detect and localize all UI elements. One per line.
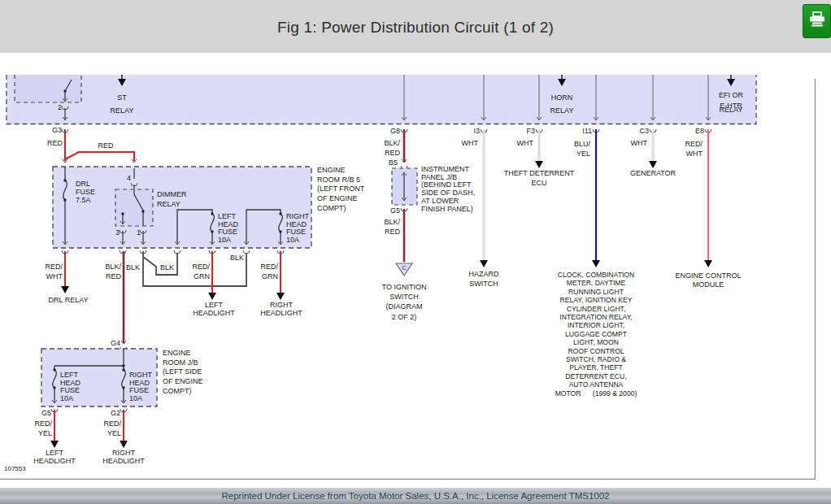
header-bar: Fig 1: Power Distribution Circuit (1 of … [0,0,831,53]
theft-ecu-label: THEFT DETERRENT ECU [504,168,574,188]
horn-relay-label: HORN RELAY [550,91,574,117]
wire-red-wht-drl-label: RED/ WHT [45,262,63,281]
wire-f3-wht [535,129,543,168]
drl-fuse-label: DRL FUSE 7.5A [76,180,95,205]
wire-blk-label-c: BLK [230,254,244,262]
efi-relay-label: EFI OR [719,91,743,99]
footer-bar: Reprinted Under License from Toyota Moto… [0,488,831,504]
wire-g8-blk-red [401,129,407,169]
right-headlight-rb5-label: RIGHT HEADLIGHT [260,302,302,317]
pin-1-label: 1 [137,228,141,237]
rb5-box-title: ENGINE ROOM R/B 5 (LEFT FRONT OF ENGINE … [317,166,364,214]
connector-i3-label: I3 [473,127,480,135]
wire-red-label-2: RED [98,141,113,150]
instrument-panel-jb-box [392,168,417,211]
print-button[interactable] [803,4,831,38]
hazard-switch-label: HAZARD SWITCH [468,269,498,289]
relay-overlap-label: RELAY [720,106,743,114]
wire-blk-red-down-label: BLK/ RED [105,262,121,281]
connector-c-letter: C [402,264,406,272]
wire-red-grn-left-label: RED/ GRN [192,262,210,281]
connector-e8-label: E8 [695,127,704,135]
connector-b5-label: B5 [389,159,398,167]
left-head-fuse-jb-label: LEFT HEAD FUSE 10A [60,371,80,403]
wire-red-yel-right-label: RED/ YEL [103,419,121,438]
wire-wht-i3-label: WHT [462,139,479,147]
wire-c3-wht [649,129,657,168]
wire-g3-red [62,129,137,172]
wire-red-label-1: RED [47,139,63,147]
wire-red-grn-right-label: RED/ GRN [260,262,278,281]
connector-c3-label: C3 [639,127,649,135]
generator-label: GENERATOR [630,169,676,177]
page-title: Fig 1: Power Distribution Circuit (1 of … [0,19,831,37]
pin-4-label: 4 [127,174,131,182]
drl-relay-label: DRL RELAY [48,296,88,304]
connector-g2-label: G2 [111,409,120,417]
page: { "header": { "title": "Fig 1: Power Dis… [0,0,831,504]
printer-icon [808,11,826,31]
wire-i3-wht [480,129,488,267]
wire-blk-label-b: BLK [160,263,174,272]
wire-i11-blu-yel [592,129,600,267]
left-headlight-jb-label: LEFT HEADLIGHT [33,450,76,465]
connector-i11-label: I11 [582,127,592,135]
wire-blk-red-g5-label: BLK/ RED [384,217,400,237]
wire-blk-red-g8-label: BLK/ RED [384,138,400,158]
license-text: Reprinted Under License from Toyota Moto… [221,491,609,501]
connector-g8-label: G8 [390,127,400,135]
connector-g3-label: G3 [52,126,62,134]
to-ignition-label: TO IGNITION SWITCH (DIAGRAM 2 OF 2) [382,282,427,322]
left-headlight-rb5-label: LEFT HEADLIGHT [193,302,235,317]
wire-red-wht-e8-label: RED/ WHT [685,139,703,159]
right-headlight-jb-label: RIGHT HEADLIGHT [102,450,145,465]
connector-f3-label: F3 [526,127,535,135]
wire-wht-f3-label: WHT [517,139,534,147]
connector-g4-label: G4 [111,339,120,347]
wire-red-yel-left-label: RED/ YEL [34,419,52,438]
left-head-fuse-rb5-label: LEFT HEAD FUSE 10A [218,213,238,245]
right-head-fuse-rb5-label: RIGHT HEAD FUSE 10A [286,213,309,245]
connector-g5-ip-label: G5 [390,206,400,215]
wire-blu-yel-label: BLU/ YEL [574,139,590,159]
wire-blk-label-a: BLK [126,263,140,272]
wire-e8-red-wht [704,129,712,267]
pin-2-label: 2 [58,103,62,111]
ecm-label: ENGINE CONTROL MODULE [675,272,741,289]
wire-wht-c3-label: WHT [631,139,648,147]
clock-loads-label: CLOCK, COMBINATION METER, DAYTIME RUNNIN… [555,271,637,398]
figure-code: 107553 [4,465,26,473]
er-jb-box-title: ENGINE ROOM J/B (LEFT SIDE OF ENGINE COM… [163,349,203,397]
ip-jb-box-title: INSTRUMENT PANEL J/B (BEHIND LEFT SIDE O… [421,166,475,213]
pin-3-label: 3 [115,228,120,237]
connector-g5-jb-label: G5 [41,409,51,417]
dimmer-relay-label: DIMMER RELAY [157,189,187,209]
st-relay-label: ST RELAY [111,91,134,117]
right-head-fuse-jb-label: RIGHT HEAD FUSE 10A [129,371,152,403]
